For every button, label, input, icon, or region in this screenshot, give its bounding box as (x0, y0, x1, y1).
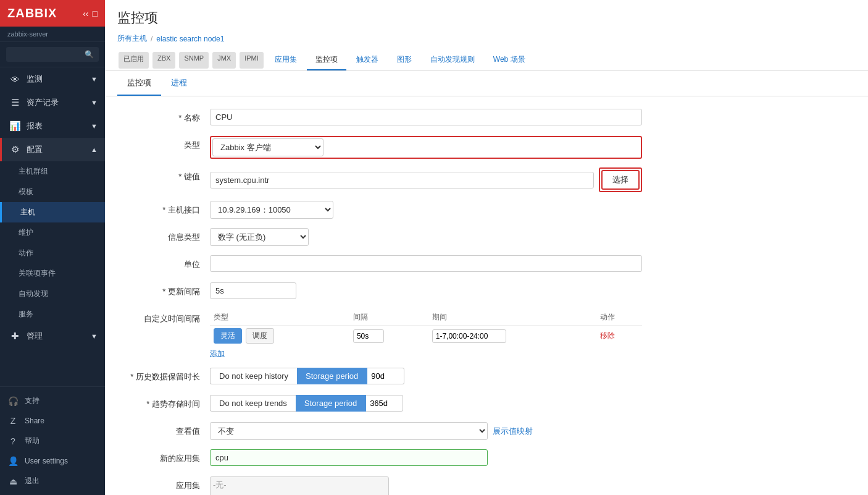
new-app-label: 新的应用集 (123, 449, 210, 464)
info-type-select[interactable]: 数字 (无正负) (210, 228, 309, 246)
unit-control (210, 255, 642, 272)
sidebar-item-actions[interactable]: 动作 (0, 243, 105, 263)
monitor-icon: 👁 (9, 74, 20, 85)
key-control: 选择 (210, 167, 642, 192)
app-label: 应用集 (123, 476, 210, 491)
interval-period-cell (428, 326, 596, 347)
sidebar-item-services[interactable]: 服务 (0, 304, 105, 324)
app-list-placeholder: -无- (213, 480, 227, 489)
name-input[interactable] (210, 109, 642, 125)
schedule-btn[interactable]: 调度 (246, 328, 274, 344)
sidebar-item-management[interactable]: ✚ 管理 ▼ (0, 324, 105, 348)
hosts-label: 主机 (20, 207, 35, 218)
sidebar-item-help[interactable]: ? 帮助 (0, 431, 105, 451)
value-map-link[interactable]: 展示值映射 (493, 426, 533, 437)
collapse-icon[interactable]: ‹‹ (83, 9, 88, 19)
tab-enabled[interactable]: 已启用 (119, 52, 149, 69)
tab-graphs[interactable]: 图形 (388, 50, 420, 70)
inner-tab-process[interactable]: 进程 (161, 71, 197, 96)
tab-zbx[interactable]: ZBX (152, 52, 175, 69)
discovery-label: 自动发现 (19, 289, 48, 299)
history-label: * 历史数据保留时长 (123, 368, 210, 383)
history-storage-btn[interactable]: Storage period (297, 368, 367, 384)
custom-interval-label: 自定义时间间隔 (123, 310, 210, 324)
sidebar-subtitle: zabbix-server (0, 27, 105, 42)
logout-icon: ⏏ (7, 476, 19, 486)
assets-arrow: ▼ (91, 99, 98, 106)
lookup-row: 查看值 不变 展示值映射 (123, 422, 849, 441)
trend-storage-btn[interactable]: Storage period (296, 395, 366, 412)
interface-select[interactable]: 10.9.29.169：10050 (210, 201, 333, 219)
unit-row: 单位 (123, 255, 849, 274)
sidebar-item-support[interactable]: 🎧 支持 (0, 391, 105, 411)
history-no-keep-btn[interactable]: Do not keep history (210, 368, 297, 384)
lookup-select[interactable]: 不变 (210, 422, 488, 440)
trend-no-keep-btn[interactable]: Do not keep trends (210, 395, 296, 412)
sidebar-item-share[interactable]: Z Share (0, 411, 105, 431)
update-interval-input[interactable] (210, 282, 296, 299)
app-list[interactable]: -无- (210, 476, 389, 495)
breadcrumb-all-hosts[interactable]: 所有主机 (117, 33, 147, 44)
sidebar-item-reports[interactable]: 📊 报表 ▼ (0, 114, 105, 138)
tab-monitor-items[interactable]: 监控项 (307, 50, 346, 70)
remove-interval-link[interactable]: 移除 (600, 331, 615, 340)
sidebar-item-management-label: 管理 (27, 331, 43, 342)
sidebar-item-monitor[interactable]: 👁 监测 ▼ (0, 67, 105, 91)
unit-input[interactable] (210, 255, 642, 272)
name-row: * 名称 (123, 109, 849, 127)
user-settings-label: User settings (25, 457, 68, 465)
management-icon: ✚ (9, 331, 20, 342)
help-icon: ? (7, 436, 19, 446)
tab-jmx[interactable]: JMX (212, 52, 236, 69)
trend-value-input[interactable] (366, 395, 403, 412)
monitor-arrow: ▼ (91, 75, 98, 83)
tab-snmp[interactable]: SNMP (179, 52, 209, 69)
sidebar-item-maintenance[interactable]: 维护 (0, 222, 105, 243)
custom-interval-control: 类型 间隔 期间 动作 灵活 调度 (210, 310, 642, 359)
tab-app-sets[interactable]: 应用集 (266, 50, 306, 70)
sidebar-item-templates[interactable]: 模板 (0, 182, 105, 202)
inner-tab-monitor-items[interactable]: 监控项 (117, 71, 161, 96)
sidebar-item-hosts[interactable]: 主机 (0, 202, 105, 222)
tab-discovery-rules[interactable]: 自动发现规则 (422, 50, 483, 70)
sidebar-bottom: 🎧 支持 Z Share ? 帮助 👤 User settings ⏏ 退出 (0, 386, 105, 495)
tab-web-scenarios[interactable]: Web 场景 (485, 50, 534, 70)
breadcrumb-host[interactable]: elastic search node1 (156, 35, 224, 43)
inner-tabs: 监控项 进程 (105, 71, 868, 96)
sidebar-item-user-settings[interactable]: 👤 User settings (0, 451, 105, 471)
new-app-control (210, 449, 642, 466)
new-app-input[interactable] (210, 449, 488, 466)
interval-table: 类型 间隔 期间 动作 灵活 调度 (210, 310, 642, 346)
sidebar-search-container: 🔍 (0, 42, 105, 67)
history-value-input[interactable] (367, 368, 404, 384)
name-control (210, 109, 642, 125)
breadcrumb-sep1: / (151, 35, 152, 43)
sidebar-item-discovery[interactable]: 自动发现 (0, 284, 105, 304)
sidebar-item-config[interactable]: ⚙ 配置 ▲ (0, 138, 105, 161)
key-input[interactable] (210, 172, 594, 188)
unit-label: 单位 (123, 255, 210, 270)
support-label: 支持 (25, 396, 40, 406)
maintenance-label: 维护 (19, 227, 33, 238)
sidebar-item-assets-label: 资产记录 (27, 97, 59, 108)
sidebar-item-assets[interactable]: ☰ 资产记录 ▼ (0, 91, 105, 114)
interface-label: * 主机接口 (123, 201, 210, 216)
tab-triggers[interactable]: 触发器 (348, 50, 387, 70)
sidebar-item-host-groups[interactable]: 主机群组 (0, 161, 105, 182)
select-button[interactable]: 选择 (601, 170, 640, 190)
sidebar-item-logout[interactable]: ⏏ 退出 (0, 471, 105, 491)
col-period: 期间 (428, 310, 596, 326)
expand-icon[interactable]: □ (93, 9, 98, 19)
custom-interval-row: 自定义时间间隔 类型 间隔 期间 动作 灵活 (123, 310, 849, 359)
interval-period-input[interactable] (432, 329, 506, 343)
type-select[interactable]: Zabbix 客户端 (212, 138, 323, 156)
reports-icon: 📊 (9, 121, 20, 132)
sidebar-nav: 👁 监测 ▼ ☰ 资产记录 ▼ 📊 报表 ▼ ⚙ 配置 ▲ 主机群组 模板 主机 (0, 67, 105, 386)
lookup-control: 不变 展示值映射 (210, 422, 642, 440)
interface-control: 10.9.29.169：10050 (210, 201, 642, 219)
add-interval-link[interactable]: 添加 (210, 349, 225, 359)
tab-ipmi[interactable]: IPMI (240, 52, 264, 69)
interval-value-input[interactable] (353, 329, 384, 343)
sidebar-item-correlation[interactable]: 关联项事件 (0, 263, 105, 284)
flexible-btn[interactable]: 灵活 (214, 328, 242, 344)
